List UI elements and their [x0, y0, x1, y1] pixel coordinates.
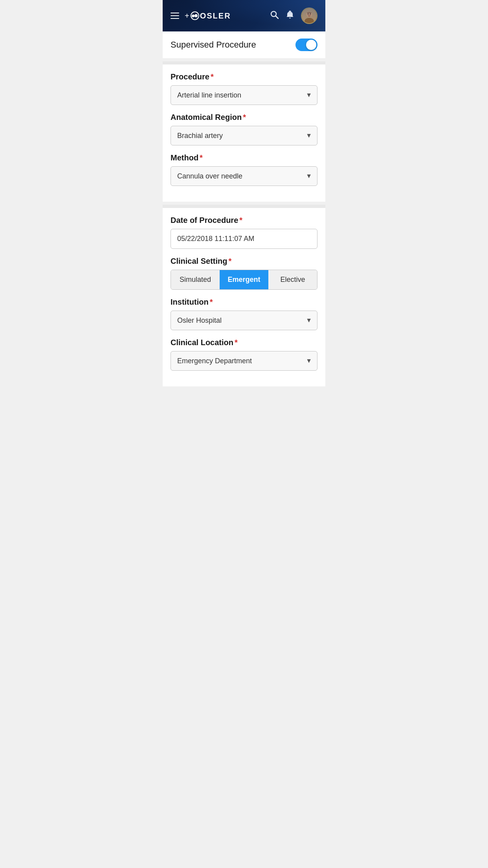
- header-right: [270, 7, 317, 24]
- supervised-procedure-toggle[interactable]: [295, 39, 317, 51]
- divider-1: [163, 61, 325, 64]
- logo-circle-icon: [191, 11, 199, 20]
- app-logo: + OSLER: [185, 11, 231, 20]
- clinical-location-field-group: Clinical Location* Emergency Department …: [171, 338, 317, 371]
- date-required: *: [239, 216, 242, 225]
- hamburger-menu-icon[interactable]: [171, 13, 179, 19]
- svg-point-7: [310, 13, 311, 15]
- procedure-select-wrapper: Arterial line insertion Central line ins…: [171, 85, 317, 105]
- anatomical-region-select-wrapper: Brachial artery Radial artery Femoral ar…: [171, 126, 317, 145]
- institution-required: *: [210, 298, 213, 307]
- segment-emergent[interactable]: Emergent: [220, 270, 268, 289]
- supervised-procedure-label: Supervised Procedure: [171, 40, 256, 50]
- supervised-procedure-row: Supervised Procedure: [163, 31, 325, 58]
- header-left: + OSLER: [171, 11, 231, 20]
- svg-point-4: [305, 18, 314, 24]
- clinical-location-select-wrapper: Emergency Department ICU OR Ward ▼: [171, 351, 317, 371]
- method-label: Method*: [171, 153, 317, 162]
- date-label: Date of Procedure*: [171, 216, 317, 225]
- location-required: *: [235, 338, 238, 347]
- institution-field-group: Institution* Osler Hospital General Hosp…: [171, 298, 317, 330]
- procedure-field-group: Procedure* Arterial line insertion Centr…: [171, 72, 317, 105]
- clinical-setting-segmented: Simulated Emergent Elective: [171, 270, 317, 290]
- clinical-location-select[interactable]: Emergency Department ICU OR Ward: [171, 351, 317, 371]
- divider-2: [163, 205, 325, 208]
- procedure-select[interactable]: Arterial line insertion Central line ins…: [171, 85, 317, 105]
- user-avatar[interactable]: [301, 7, 317, 24]
- app-header: + OSLER: [163, 0, 325, 31]
- method-select[interactable]: Cannula over needle Seldinger technique …: [171, 166, 317, 186]
- date-clinical-section: Date of Procedure* Clinical Setting* Sim…: [163, 208, 325, 386]
- logo-text: OSLER: [200, 11, 231, 20]
- anatomical-required: *: [243, 113, 246, 122]
- toggle-thumb: [306, 40, 316, 50]
- procedure-section: Procedure* Arterial line insertion Centr…: [163, 64, 325, 202]
- date-input[interactable]: [171, 229, 317, 249]
- segment-simulated[interactable]: Simulated: [171, 270, 220, 289]
- anatomical-region-select[interactable]: Brachial artery Radial artery Femoral ar…: [171, 126, 317, 145]
- institution-select-wrapper: Osler Hospital General Hospital Communit…: [171, 311, 317, 330]
- method-field-group: Method* Cannula over needle Seldinger te…: [171, 153, 317, 186]
- anatomical-region-field-group: Anatomical Region* Brachial artery Radia…: [171, 113, 317, 145]
- segment-elective[interactable]: Elective: [268, 270, 317, 289]
- procedure-required: *: [211, 72, 214, 81]
- clinical-required: *: [228, 257, 231, 266]
- clinical-setting-field-group: Clinical Setting* Simulated Emergent Ele…: [171, 257, 317, 290]
- method-required: *: [200, 153, 203, 162]
- svg-point-6: [308, 13, 309, 15]
- logo-plus: +: [185, 11, 190, 20]
- anatomical-region-label: Anatomical Region*: [171, 113, 317, 122]
- institution-label: Institution*: [171, 298, 317, 307]
- clinical-location-label: Clinical Location*: [171, 338, 317, 347]
- method-select-wrapper: Cannula over needle Seldinger technique …: [171, 166, 317, 186]
- procedure-label: Procedure*: [171, 72, 317, 81]
- search-icon[interactable]: [270, 10, 279, 22]
- bell-icon[interactable]: [285, 10, 295, 22]
- clinical-setting-label: Clinical Setting*: [171, 257, 317, 266]
- svg-line-1: [276, 16, 279, 19]
- institution-select[interactable]: Osler Hospital General Hospital Communit…: [171, 311, 317, 330]
- date-field-group: Date of Procedure*: [171, 216, 317, 249]
